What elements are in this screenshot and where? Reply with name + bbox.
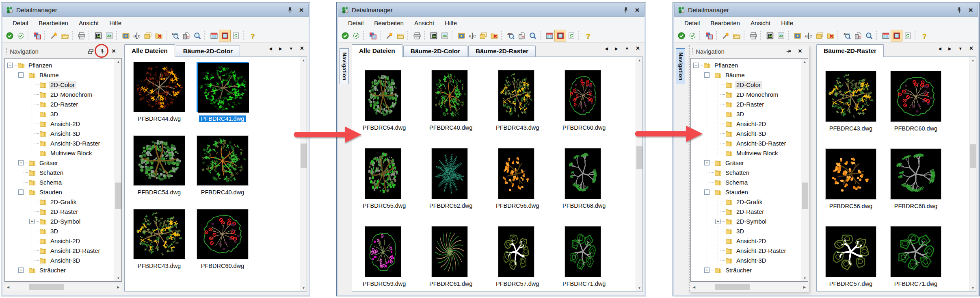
print-button[interactable] [748,30,759,41]
search-text-button[interactable]: ABC [505,30,516,41]
new-folder-button[interactable] [456,30,467,41]
file-thumbnail[interactable] [365,226,401,277]
tree-item-2d-symbol[interactable]: +2D-Symbol [691,216,801,226]
new-folder-button[interactable] [792,30,803,41]
tree-item-b-ume[interactable]: −Bäume [5,70,115,80]
tree-item-multiview-block[interactable]: Multiview Block [5,148,115,158]
copy-folder-button[interactable] [478,30,489,41]
scroll-up-icon[interactable]: ▲ [300,57,307,63]
scroll-down-icon[interactable]: ▼ [300,285,307,291]
file-thumbnail[interactable] [365,70,401,121]
rename-button[interactable]: ae [131,30,142,41]
tree-scrollbar-vertical[interactable]: ▲▼ [801,59,808,281]
copy-colors-button[interactable] [32,30,43,41]
scroll-right-icon[interactable]: ▶ [115,284,121,291]
print-button[interactable] [76,30,87,41]
collapse-box-icon[interactable]: − [7,63,13,68]
tree-item-ansicht-3d-raster[interactable]: Ansicht-3D-Raster [5,138,115,148]
collapse-box-icon[interactable]: − [704,189,710,195]
tree-item-ansicht-2d-raster[interactable]: Ansicht-2D-Raster [5,246,115,255]
magic-wand-button[interactable] [720,30,731,41]
file-thumbnail[interactable] [431,148,468,199]
tree-item-str-ucher[interactable]: +Sträucher [5,265,115,275]
menu-ansicht[interactable]: Ansicht [74,18,104,28]
copy-colors-button[interactable] [367,30,378,41]
image-frame-button[interactable] [428,30,439,41]
tree-scrollbar-horizontal[interactable]: ◀▶ [691,284,808,291]
tree-item-2d-monochrom[interactable]: 2D-Monochrom [5,89,115,99]
scroll-down-icon[interactable]: ▼ [969,285,976,291]
image-preview-button[interactable] [104,30,115,41]
tree-item-2d-symbol[interactable]: +2D-Symbol [5,216,115,226]
expand-box-icon[interactable]: + [704,160,710,165]
scroll-tabs-right-icon[interactable]: ▶ [279,46,282,51]
image-frame-button[interactable] [764,30,775,41]
delete-folder-button[interactable] [489,30,500,41]
tree-item-ansicht-2d-raster[interactable]: Ansicht-2D-Raster [691,246,801,255]
tree-item-2d-color[interactable]: 2D-Color [5,80,115,89]
pin-icon[interactable] [785,48,792,54]
single-view-button[interactable] [555,30,566,41]
scroll-down-icon[interactable]: ▼ [801,275,808,281]
tab-b-ume-2d-raster[interactable]: Bäume-2D-Raster [816,44,884,57]
file-thumbnail[interactable] [890,71,941,122]
tree-item-gr-ser[interactable]: +Gräser [691,158,801,167]
file-thumbnail[interactable] [431,70,468,121]
file-thumbnail[interactable] [133,135,185,186]
image-preview-button[interactable] [775,30,786,41]
tree-item-ansicht-3d[interactable]: Ansicht-3D [5,255,115,265]
menu-ansicht[interactable]: Ansicht [745,18,776,28]
tree-item-2d-raster[interactable]: 2D-Raster [5,99,115,109]
pin-icon[interactable] [956,7,963,14]
file-thumbnail[interactable] [565,70,601,121]
scroll-up-icon[interactable]: ▲ [969,57,976,63]
scroll-tabs-right-icon[interactable]: ▶ [615,46,618,51]
refresh-button[interactable] [566,30,577,41]
menu-hilfe[interactable]: Hilfe [776,18,798,28]
tab-list-dropdown-icon[interactable]: ▼ [289,46,293,51]
tree-item-ansicht-2d[interactable]: Ansicht-2D [5,119,115,128]
scroll-tabs-left-icon[interactable]: ◀ [605,46,608,51]
tree-item-ansicht-2d[interactable]: Ansicht-2D [691,119,801,128]
tree-item-3d[interactable]: 3D [691,226,801,236]
file-thumbnail[interactable] [890,226,941,277]
menu-bearbeiten[interactable]: Bearbeiten [33,18,74,28]
tree-item-2d-monochrom[interactable]: 2D-Monochrom [691,89,801,99]
tree-item-pflanzen[interactable]: −Pflanzen [5,60,115,70]
tab-b-ume-2d-color[interactable]: Bäume-2D-Color [403,46,467,57]
expand-box-icon[interactable]: + [18,268,24,273]
close-tab-icon[interactable]: × [300,46,304,51]
tree-scrollbar-vertical[interactable]: ▲▼ [115,59,121,281]
apply-options-button[interactable] [687,30,698,41]
grid-scrollbar-vertical[interactable]: ▲▼ [300,57,307,291]
image-preview-button[interactable] [439,30,450,41]
file-thumbnail[interactable] [498,226,534,277]
zoom-button[interactable] [192,30,203,41]
grid-scrollbar-vertical[interactable]: ▲▼ [969,57,976,291]
file-thumbnail[interactable] [133,209,185,259]
zoom-button[interactable] [527,30,538,41]
apply-button[interactable] [340,30,350,41]
scroll-up-icon[interactable]: ▲ [801,59,808,65]
tree-item-ansicht-2d[interactable]: Ansicht-2D [691,236,801,246]
file-thumbnail[interactable] [498,70,534,121]
help-button[interactable]: ? [919,30,930,41]
tree-item-3d[interactable]: 3D [5,226,115,236]
float-window-icon[interactable] [88,48,94,54]
help-button[interactable]: ? [582,30,593,41]
tab-list-dropdown-icon[interactable]: ▼ [625,46,629,51]
tree-scrollbar-horizontal[interactable]: ◀▶ [5,284,121,291]
close-icon[interactable]: × [298,7,305,14]
tree-item-2d-raster[interactable]: 2D-Raster [691,207,801,216]
scrollbar-thumb[interactable] [715,284,750,290]
collapse-box-icon[interactable]: − [693,63,699,68]
close-icon[interactable]: × [797,48,803,54]
open-folder-button[interactable] [731,30,742,41]
delete-folder-button[interactable] [825,30,836,41]
menu-hilfe[interactable]: Hilfe [104,18,127,28]
image-frame-button[interactable] [93,30,104,41]
tree-item-schatten[interactable]: Schatten [5,167,115,177]
tree-item-3d[interactable]: 3D [5,109,115,119]
scroll-up-icon[interactable]: ▲ [115,59,122,65]
tree-item-ansicht-3d[interactable]: Ansicht-3D [691,255,801,265]
